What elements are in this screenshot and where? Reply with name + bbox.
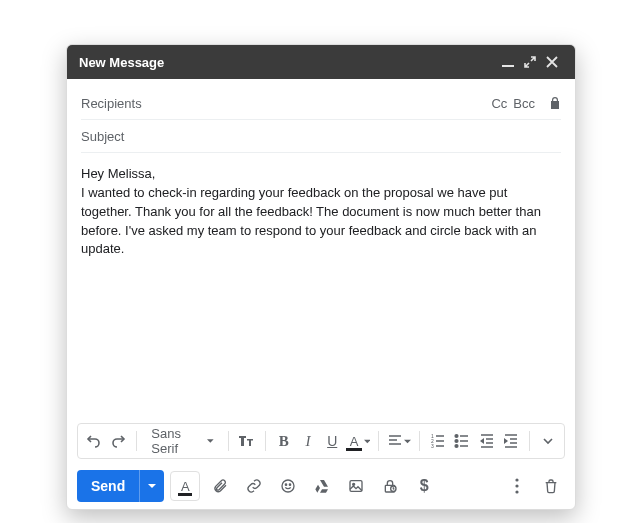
italic-button[interactable]: I	[298, 428, 318, 454]
toolbar-separator	[378, 431, 379, 451]
indent-less-icon[interactable]	[476, 428, 496, 454]
window-title: New Message	[79, 55, 164, 70]
formatting-toolbar: Sans Serif B I U A	[77, 423, 565, 459]
font-family-label: Sans Serif	[151, 426, 201, 456]
toolbar-separator	[529, 431, 530, 451]
toolbar-separator	[265, 431, 266, 451]
more-options-icon[interactable]	[503, 472, 531, 500]
svg-point-16	[515, 490, 518, 493]
money-icon[interactable]: $	[410, 472, 438, 500]
undo-icon[interactable]	[84, 428, 104, 454]
cc-link[interactable]: Cc	[491, 96, 507, 111]
underline-button[interactable]: U	[322, 428, 342, 454]
titlebar: New Message	[67, 45, 575, 79]
close-icon[interactable]	[541, 51, 563, 73]
attachment-icon[interactable]	[206, 472, 234, 500]
svg-text:3: 3	[431, 443, 434, 449]
bold-button[interactable]: B	[274, 428, 294, 454]
message-body[interactable]: Hey Melissa, I wanted to check-in regard…	[67, 153, 575, 423]
header-fields: Recipients Cc Bcc Subject	[67, 79, 575, 153]
subject-row[interactable]: Subject	[81, 120, 561, 153]
toolbar-separator	[228, 431, 229, 451]
indent-more-icon[interactable]	[501, 428, 521, 454]
drive-icon[interactable]	[308, 472, 336, 500]
bullet-list-icon[interactable]	[452, 428, 472, 454]
toolbar-separator	[136, 431, 137, 451]
svg-rect-0	[502, 65, 514, 67]
svg-point-15	[515, 484, 518, 487]
confidential-mode-icon[interactable]	[376, 472, 404, 500]
lock-icon[interactable]	[549, 96, 561, 110]
link-icon[interactable]	[240, 472, 268, 500]
bottom-bar: Send A	[67, 463, 575, 509]
chevron-down-icon[interactable]	[538, 428, 558, 454]
bcc-link[interactable]: Bcc	[513, 96, 535, 111]
svg-point-14	[515, 478, 518, 481]
image-icon[interactable]	[342, 472, 370, 500]
svg-point-7	[282, 480, 294, 492]
recipients-row[interactable]: Recipients Cc Bcc	[81, 87, 561, 120]
chevron-down-icon	[404, 438, 411, 445]
font-family-dropdown[interactable]: Sans Serif	[145, 428, 219, 454]
font-size-icon[interactable]	[237, 428, 257, 454]
subject-placeholder: Subject	[81, 129, 561, 144]
trash-icon[interactable]	[537, 472, 565, 500]
body-paragraph: I wanted to check-in regarding your feed…	[81, 184, 561, 259]
formatting-toggle-button[interactable]: A	[170, 471, 200, 501]
align-button[interactable]	[387, 428, 411, 454]
emoji-icon[interactable]	[274, 472, 302, 500]
svg-point-8	[286, 484, 287, 485]
toolbar-separator	[419, 431, 420, 451]
compose-window: New Message Recipients Cc Bcc	[66, 44, 576, 510]
chevron-down-icon	[207, 437, 214, 445]
svg-point-4	[456, 435, 459, 438]
svg-point-11	[353, 483, 355, 485]
recipients-placeholder: Recipients	[81, 96, 491, 111]
numbered-list-icon[interactable]: 123	[428, 428, 448, 454]
svg-point-6	[456, 445, 459, 448]
svg-point-9	[290, 484, 291, 485]
minimize-icon[interactable]	[497, 51, 519, 73]
svg-point-5	[456, 440, 459, 443]
body-greeting: Hey Melissa,	[81, 165, 561, 184]
send-options-button[interactable]	[139, 470, 164, 502]
text-color-button[interactable]: A	[346, 428, 370, 454]
expand-icon[interactable]	[519, 51, 541, 73]
send-group: Send	[77, 470, 164, 502]
chevron-down-icon	[364, 438, 371, 445]
send-button[interactable]: Send	[77, 470, 139, 502]
redo-icon[interactable]	[108, 428, 128, 454]
